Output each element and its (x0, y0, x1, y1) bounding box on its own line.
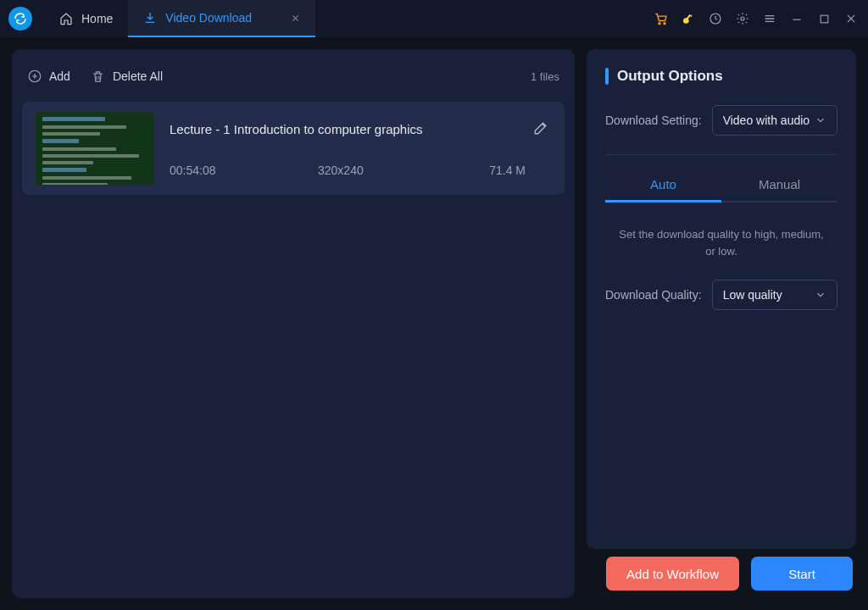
home-icon (59, 12, 73, 25)
download-setting-value: Video with audio (723, 114, 810, 127)
download-icon (143, 11, 157, 25)
tab-auto[interactable]: Auto (605, 169, 721, 202)
maximize-icon[interactable] (817, 12, 831, 25)
file-count: 1 files (531, 70, 559, 83)
svg-point-0 (659, 22, 660, 24)
tab-video-download[interactable]: Video Download (128, 0, 315, 37)
output-options-panel: Output Options Download Setting: Video w… (587, 49, 856, 549)
cart-icon[interactable] (654, 12, 668, 25)
add-button[interactable]: Add (27, 69, 70, 84)
accent-bar (605, 68, 609, 85)
chevron-down-icon (815, 114, 826, 126)
add-to-workflow-button[interactable]: Add to Workflow (606, 557, 739, 591)
trash-icon (91, 69, 106, 84)
download-quality-value: Low quality (723, 288, 782, 302)
menu-icon[interactable] (763, 12, 776, 25)
tab-manual[interactable]: Manual (721, 169, 837, 202)
download-setting-label: Download Setting: (605, 114, 702, 127)
list-toolbar: Add Delete All 1 files (22, 59, 565, 93)
titlebar: Home Video Download (0, 0, 868, 37)
item-duration: 00:54:08 (170, 164, 318, 177)
minimize-icon[interactable] (790, 12, 804, 25)
start-button[interactable]: Start (751, 557, 853, 591)
add-button-label: Add (49, 69, 70, 83)
item-resolution: 320x240 (318, 164, 470, 177)
tab-home-label: Home (81, 12, 113, 25)
close-tab-icon[interactable] (291, 14, 300, 23)
plus-circle-icon (27, 69, 42, 84)
tab-video-download-label: Video Download (165, 11, 252, 25)
settings-icon[interactable] (736, 12, 749, 25)
close-window-icon[interactable] (844, 12, 858, 25)
app-logo (8, 7, 32, 30)
item-title: Lecture - 1 Introduction to computer gra… (170, 122, 532, 136)
quality-mode-tabs: Auto Manual (605, 169, 837, 202)
video-thumbnail (36, 112, 154, 185)
quality-hint: Set the download quality to high, medium… (614, 226, 829, 259)
download-list-panel: Add Delete All 1 files (12, 49, 575, 598)
download-quality-select[interactable]: Low quality (712, 280, 837, 310)
svg-rect-7 (821, 15, 828, 23)
item-size: 71.4 M (470, 164, 551, 177)
download-setting-select[interactable]: Video with audio (712, 105, 837, 136)
svg-point-1 (664, 22, 665, 24)
delete-all-label: Delete All (113, 69, 163, 83)
download-item[interactable]: Lecture - 1 Introduction to computer gra… (22, 102, 565, 195)
edit-title-button[interactable] (532, 119, 551, 138)
footer-actions: Add to Workflow Start (587, 549, 856, 598)
history-icon[interactable] (709, 12, 722, 25)
divider (605, 154, 837, 155)
key-icon[interactable] (682, 12, 695, 25)
window-controls (654, 12, 858, 25)
panel-title: Output Options (617, 68, 723, 85)
tab-home[interactable]: Home (44, 0, 128, 37)
download-quality-label: Download Quality: (605, 288, 702, 302)
svg-point-6 (741, 17, 744, 20)
chevron-down-icon (815, 289, 826, 301)
delete-all-button[interactable]: Delete All (91, 69, 163, 84)
